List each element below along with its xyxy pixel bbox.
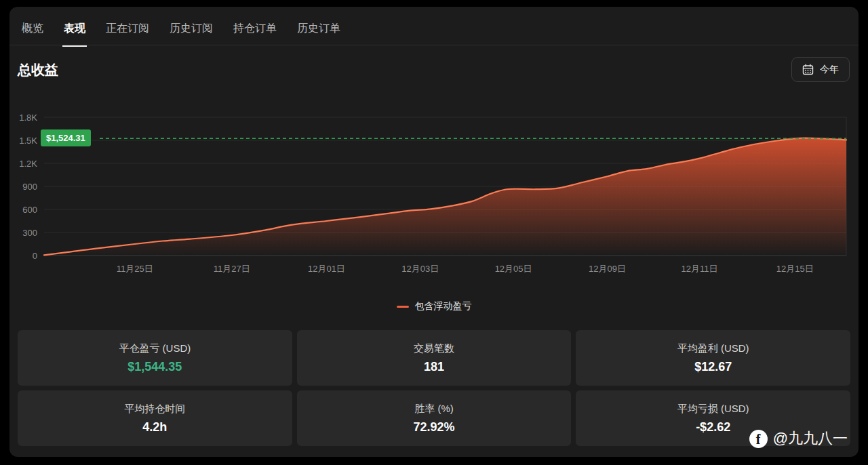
stats-grid: 平仓盈亏 (USD) $1,544.35 交易笔数 181 平均盈利 (USD)… [18,330,850,446]
stat-card-trade-count: 交易笔数 181 [297,330,572,386]
watermark: f @九九八一 [749,428,848,449]
svg-text:12月05日: 12月05日 [495,264,532,274]
svg-text:12月01日: 12月01日 [308,264,345,274]
svg-text:1.8K: 1.8K [19,113,37,123]
tab-bar: 概览 表现 正在订阅 历史订阅 持仓订单 历史订单 [20,22,342,47]
svg-text:12月09日: 12月09日 [589,264,626,274]
stat-value: 4.2h [142,420,167,434]
tab-divider [9,45,859,45]
calendar-icon [802,64,814,75]
peak-value-badge: $1,524.31 [41,129,91,146]
svg-text:1.2K: 1.2K [19,159,37,169]
tab-history-subscriptions[interactable]: 历史订阅 [168,22,214,47]
stat-value: 181 [424,360,444,374]
stat-label: 平均持仓时间 [124,403,185,416]
svg-text:12月15日: 12月15日 [776,264,814,274]
tab-performance[interactable]: 表现 [62,22,87,47]
stat-label: 胜率 (%) [414,403,454,416]
tab-open-orders[interactable]: 持仓订单 [232,22,278,47]
tab-overview[interactable]: 概览 [20,22,45,47]
svg-text:12月11日: 12月11日 [682,264,718,274]
svg-text:11月25日: 11月25日 [117,264,153,274]
screen: 概览 表现 正在订阅 历史订阅 持仓订单 历史订单 总收益 今年 [0,0,868,465]
svg-text:11月27日: 11月27日 [214,264,250,274]
stat-card-closed-pnl: 平仓盈亏 (USD) $1,544.35 [18,330,292,386]
stat-card-avg-hold-time: 平均持仓时间 4.2h [18,390,292,446]
svg-text:12月03日: 12月03日 [401,264,439,274]
legend-dash-icon [397,306,409,308]
stat-label: 平仓盈亏 (USD) [119,342,191,355]
legend-label: 包含浮动盈亏 [415,300,472,312]
page-title: 总收益 [18,61,58,79]
svg-text:300: 300 [22,228,37,238]
stat-label: 平均亏损 (USD) [677,403,749,416]
svg-text:900: 900 [22,182,37,192]
facebook-icon: f [749,430,768,448]
performance-panel: 概览 表现 正在订阅 历史订阅 持仓订单 历史订单 总收益 今年 [9,7,859,457]
stat-value: 72.92% [413,420,454,434]
stat-value: $12.67 [694,360,732,374]
date-range-label: 今年 [820,64,839,76]
svg-text:1.5K: 1.5K [19,136,37,146]
stat-value: -$2.62 [696,420,730,434]
stat-label: 平均盈利 (USD) [677,342,749,355]
stat-value: $1,544.35 [127,360,182,374]
svg-text:0: 0 [33,251,37,261]
tab-active-subscriptions[interactable]: 正在订阅 [104,22,151,47]
watermark-handle: @九九八一 [773,428,848,449]
stat-card-avg-profit: 平均盈利 (USD) $12.67 [576,330,850,386]
tab-history-orders[interactable]: 历史订单 [296,22,342,47]
profit-area-chart: 03006009001.2K1.5K1.8K11月25日11月27日12月01日… [9,108,859,281]
total-profit-chart[interactable]: 03006009001.2K1.5K1.8K11月25日11月27日12月01日… [9,108,859,281]
date-range-button[interactable]: 今年 [791,57,850,82]
stat-card-win-rate: 胜率 (%) 72.92% [297,390,572,446]
svg-text:600: 600 [22,205,37,215]
stat-label: 交易笔数 [414,342,454,355]
chart-legend[interactable]: 包含浮动盈亏 [9,300,859,312]
